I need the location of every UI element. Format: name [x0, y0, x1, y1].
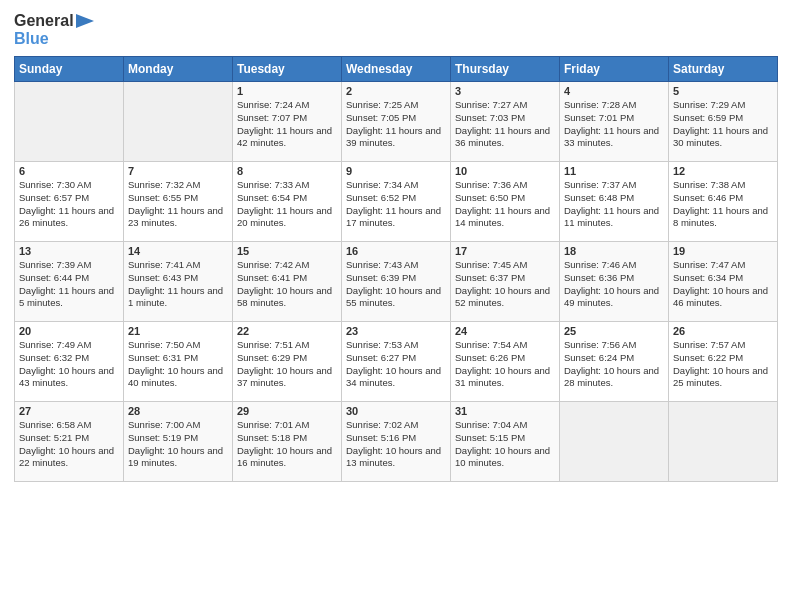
day-detail: Sunrise: 7:30 AM Sunset: 6:57 PM Dayligh… — [19, 179, 119, 230]
day-cell: 24Sunrise: 7:54 AM Sunset: 6:26 PM Dayli… — [451, 322, 560, 402]
day-number: 12 — [673, 165, 773, 177]
day-number: 18 — [564, 245, 664, 257]
day-cell: 7Sunrise: 7:32 AM Sunset: 6:55 PM Daylig… — [124, 162, 233, 242]
day-detail: Sunrise: 7:25 AM Sunset: 7:05 PM Dayligh… — [346, 99, 446, 150]
day-cell: 29Sunrise: 7:01 AM Sunset: 5:18 PM Dayli… — [233, 402, 342, 482]
day-cell: 16Sunrise: 7:43 AM Sunset: 6:39 PM Dayli… — [342, 242, 451, 322]
day-cell: 4Sunrise: 7:28 AM Sunset: 7:01 PM Daylig… — [560, 82, 669, 162]
day-cell: 13Sunrise: 7:39 AM Sunset: 6:44 PM Dayli… — [15, 242, 124, 322]
calendar-body: 1Sunrise: 7:24 AM Sunset: 7:07 PM Daylig… — [15, 82, 778, 482]
header-cell-thursday: Thursday — [451, 57, 560, 82]
day-number: 26 — [673, 325, 773, 337]
day-number: 10 — [455, 165, 555, 177]
day-detail: Sunrise: 7:33 AM Sunset: 6:54 PM Dayligh… — [237, 179, 337, 230]
day-number: 20 — [19, 325, 119, 337]
day-cell: 17Sunrise: 7:45 AM Sunset: 6:37 PM Dayli… — [451, 242, 560, 322]
day-number: 6 — [19, 165, 119, 177]
day-detail: Sunrise: 7:37 AM Sunset: 6:48 PM Dayligh… — [564, 179, 664, 230]
day-number: 21 — [128, 325, 228, 337]
day-detail: Sunrise: 7:53 AM Sunset: 6:27 PM Dayligh… — [346, 339, 446, 390]
day-detail: Sunrise: 7:56 AM Sunset: 6:24 PM Dayligh… — [564, 339, 664, 390]
svg-marker-0 — [76, 14, 94, 28]
day-number: 23 — [346, 325, 446, 337]
header-cell-tuesday: Tuesday — [233, 57, 342, 82]
day-detail: Sunrise: 7:29 AM Sunset: 6:59 PM Dayligh… — [673, 99, 773, 150]
logo-arrow — [76, 14, 94, 28]
week-row-2: 6Sunrise: 7:30 AM Sunset: 6:57 PM Daylig… — [15, 162, 778, 242]
day-number: 24 — [455, 325, 555, 337]
day-detail: Sunrise: 7:27 AM Sunset: 7:03 PM Dayligh… — [455, 99, 555, 150]
day-number: 17 — [455, 245, 555, 257]
day-number: 1 — [237, 85, 337, 97]
day-detail: Sunrise: 7:51 AM Sunset: 6:29 PM Dayligh… — [237, 339, 337, 390]
day-cell: 21Sunrise: 7:50 AM Sunset: 6:31 PM Dayli… — [124, 322, 233, 402]
day-detail: Sunrise: 7:54 AM Sunset: 6:26 PM Dayligh… — [455, 339, 555, 390]
day-number: 2 — [346, 85, 446, 97]
header: General Blue — [14, 12, 778, 48]
day-cell — [15, 82, 124, 162]
day-number: 9 — [346, 165, 446, 177]
day-cell: 31Sunrise: 7:04 AM Sunset: 5:15 PM Dayli… — [451, 402, 560, 482]
week-row-4: 20Sunrise: 7:49 AM Sunset: 6:32 PM Dayli… — [15, 322, 778, 402]
day-cell: 2Sunrise: 7:25 AM Sunset: 7:05 PM Daylig… — [342, 82, 451, 162]
day-number: 15 — [237, 245, 337, 257]
day-number: 14 — [128, 245, 228, 257]
day-number: 3 — [455, 85, 555, 97]
day-detail: Sunrise: 7:47 AM Sunset: 6:34 PM Dayligh… — [673, 259, 773, 310]
day-detail: Sunrise: 7:50 AM Sunset: 6:31 PM Dayligh… — [128, 339, 228, 390]
day-number: 30 — [346, 405, 446, 417]
week-row-5: 27Sunrise: 6:58 AM Sunset: 5:21 PM Dayli… — [15, 402, 778, 482]
day-number: 27 — [19, 405, 119, 417]
logo: General Blue — [14, 12, 94, 48]
day-detail: Sunrise: 7:04 AM Sunset: 5:15 PM Dayligh… — [455, 419, 555, 470]
day-cell: 9Sunrise: 7:34 AM Sunset: 6:52 PM Daylig… — [342, 162, 451, 242]
day-number: 11 — [564, 165, 664, 177]
day-cell: 23Sunrise: 7:53 AM Sunset: 6:27 PM Dayli… — [342, 322, 451, 402]
day-detail: Sunrise: 7:00 AM Sunset: 5:19 PM Dayligh… — [128, 419, 228, 470]
day-detail: Sunrise: 7:01 AM Sunset: 5:18 PM Dayligh… — [237, 419, 337, 470]
day-cell: 12Sunrise: 7:38 AM Sunset: 6:46 PM Dayli… — [669, 162, 778, 242]
day-cell — [560, 402, 669, 482]
day-number: 13 — [19, 245, 119, 257]
logo-blue: Blue — [14, 30, 49, 48]
day-cell: 5Sunrise: 7:29 AM Sunset: 6:59 PM Daylig… — [669, 82, 778, 162]
day-cell: 22Sunrise: 7:51 AM Sunset: 6:29 PM Dayli… — [233, 322, 342, 402]
day-number: 25 — [564, 325, 664, 337]
day-cell: 8Sunrise: 7:33 AM Sunset: 6:54 PM Daylig… — [233, 162, 342, 242]
day-number: 5 — [673, 85, 773, 97]
day-cell: 10Sunrise: 7:36 AM Sunset: 6:50 PM Dayli… — [451, 162, 560, 242]
day-detail: Sunrise: 7:38 AM Sunset: 6:46 PM Dayligh… — [673, 179, 773, 230]
day-detail: Sunrise: 7:43 AM Sunset: 6:39 PM Dayligh… — [346, 259, 446, 310]
day-number: 16 — [346, 245, 446, 257]
day-detail: Sunrise: 7:42 AM Sunset: 6:41 PM Dayligh… — [237, 259, 337, 310]
day-detail: Sunrise: 7:39 AM Sunset: 6:44 PM Dayligh… — [19, 259, 119, 310]
day-detail: Sunrise: 7:36 AM Sunset: 6:50 PM Dayligh… — [455, 179, 555, 230]
day-cell: 30Sunrise: 7:02 AM Sunset: 5:16 PM Dayli… — [342, 402, 451, 482]
week-row-3: 13Sunrise: 7:39 AM Sunset: 6:44 PM Dayli… — [15, 242, 778, 322]
day-detail: Sunrise: 7:49 AM Sunset: 6:32 PM Dayligh… — [19, 339, 119, 390]
header-cell-monday: Monday — [124, 57, 233, 82]
day-cell: 11Sunrise: 7:37 AM Sunset: 6:48 PM Dayli… — [560, 162, 669, 242]
day-cell: 20Sunrise: 7:49 AM Sunset: 6:32 PM Dayli… — [15, 322, 124, 402]
day-number: 31 — [455, 405, 555, 417]
day-cell: 26Sunrise: 7:57 AM Sunset: 6:22 PM Dayli… — [669, 322, 778, 402]
header-cell-wednesday: Wednesday — [342, 57, 451, 82]
calendar-header: SundayMondayTuesdayWednesdayThursdayFrid… — [15, 57, 778, 82]
day-cell: 14Sunrise: 7:41 AM Sunset: 6:43 PM Dayli… — [124, 242, 233, 322]
day-detail: Sunrise: 7:32 AM Sunset: 6:55 PM Dayligh… — [128, 179, 228, 230]
day-cell: 27Sunrise: 6:58 AM Sunset: 5:21 PM Dayli… — [15, 402, 124, 482]
day-number: 28 — [128, 405, 228, 417]
day-detail: Sunrise: 7:45 AM Sunset: 6:37 PM Dayligh… — [455, 259, 555, 310]
page: General Blue SundayMondayTuesdayWednesda… — [0, 0, 792, 612]
header-cell-sunday: Sunday — [15, 57, 124, 82]
day-number: 19 — [673, 245, 773, 257]
day-cell: 28Sunrise: 7:00 AM Sunset: 5:19 PM Dayli… — [124, 402, 233, 482]
day-number: 29 — [237, 405, 337, 417]
day-detail: Sunrise: 7:46 AM Sunset: 6:36 PM Dayligh… — [564, 259, 664, 310]
day-cell — [669, 402, 778, 482]
day-number: 7 — [128, 165, 228, 177]
day-cell — [124, 82, 233, 162]
day-detail: Sunrise: 7:28 AM Sunset: 7:01 PM Dayligh… — [564, 99, 664, 150]
day-number: 22 — [237, 325, 337, 337]
day-number: 4 — [564, 85, 664, 97]
